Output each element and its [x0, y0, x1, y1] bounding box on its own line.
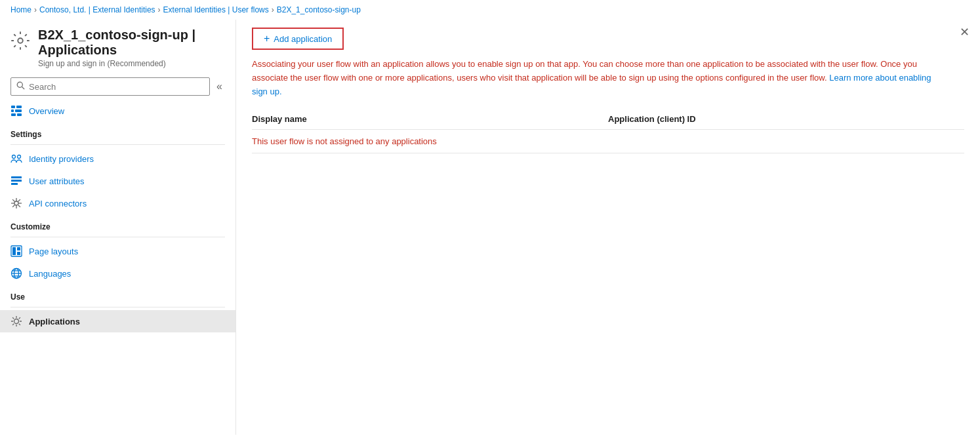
sidebar-item-api-connectors[interactable]: API connectors	[0, 192, 235, 214]
plus-icon: +	[264, 33, 270, 45]
svg-line-22	[12, 205, 14, 207]
breadcrumb-contoso[interactable]: Contoso, Ltd. | External Identities	[39, 5, 155, 14]
close-button[interactable]: ✕	[960, 26, 970, 38]
main-content: ✕ + Add application Associating your use…	[236, 20, 980, 435]
add-application-label: Add application	[274, 34, 332, 44]
svg-point-0	[18, 38, 23, 43]
sidebar-item-overview[interactable]: Overview	[0, 100, 235, 122]
add-application-button[interactable]: + Add application	[252, 28, 344, 50]
svg-rect-6	[15, 109, 22, 112]
svg-rect-7	[11, 113, 16, 116]
svg-point-10	[18, 155, 21, 159]
section-use-divider	[10, 307, 225, 307]
sidebar-item-overview-label: Overview	[29, 106, 64, 116]
svg-point-9	[12, 155, 16, 159]
gear-icon-large	[10, 29, 30, 52]
sidebar-item-api-connectors-label: API connectors	[29, 199, 87, 208]
search-row: «	[0, 73, 235, 100]
svg-rect-12	[11, 180, 22, 182]
sidebar-item-user-attributes[interactable]: User attributes	[0, 170, 235, 192]
api-connectors-icon	[10, 197, 22, 209]
breadcrumb-current[interactable]: B2X_1_contoso-sign-up	[277, 5, 361, 14]
sidebar-item-languages[interactable]: Languages	[0, 262, 235, 285]
sidebar-item-page-layouts[interactable]: Page layouts	[0, 240, 235, 262]
overview-icon	[10, 105, 22, 117]
sidebar-item-identity-providers[interactable]: Identity providers	[0, 148, 235, 170]
svg-rect-13	[11, 183, 18, 185]
section-use-label: Use	[0, 285, 235, 304]
svg-line-19	[12, 199, 14, 201]
section-customize-label: Customize	[0, 214, 235, 234]
section-settings-label: Settings	[0, 122, 235, 142]
sidebar-item-identity-providers-label: Identity providers	[29, 154, 94, 164]
sidebar: B2X_1_contoso-sign-up | Applications Sig…	[0, 20, 236, 435]
sidebar-item-applications-label: Applications	[29, 317, 80, 327]
table-header: Display name Application (client) ID	[252, 109, 964, 130]
identity-providers-icon	[10, 153, 22, 165]
breadcrumb-sep-1: ›	[34, 5, 37, 14]
sidebar-item-applications[interactable]: Applications	[0, 310, 235, 332]
breadcrumb-sep-3: ›	[272, 5, 274, 14]
col-client-id-header: Application (client) ID	[608, 114, 964, 124]
svg-rect-26	[17, 252, 20, 255]
search-icon	[16, 81, 25, 92]
table-area: Display name Application (client) ID Thi…	[236, 109, 980, 153]
page-layouts-icon	[10, 245, 22, 257]
svg-rect-25	[17, 247, 20, 250]
page-subtitle: Sign up and sign in (Recommended)	[38, 59, 225, 68]
sidebar-header: B2X_1_contoso-sign-up | Applications Sig…	[0, 20, 235, 73]
sidebar-item-page-layouts-label: Page layouts	[29, 247, 78, 256]
svg-rect-8	[17, 113, 22, 116]
svg-rect-3	[11, 106, 15, 108]
sidebar-item-languages-label: Languages	[29, 269, 71, 279]
svg-rect-5	[11, 109, 14, 112]
search-input[interactable]	[29, 82, 204, 92]
breadcrumb: Home › Contoso, Ltd. | External Identiti…	[0, 0, 980, 20]
section-customize-divider	[10, 237, 225, 237]
svg-point-14	[14, 201, 18, 205]
add-app-row: + Add application	[236, 20, 980, 58]
breadcrumb-userflows[interactable]: External Identities | User flows	[163, 5, 269, 14]
user-attributes-icon	[10, 175, 22, 187]
description-text: Associating your user flow with an appli…	[236, 58, 958, 109]
svg-rect-24	[12, 247, 16, 255]
svg-line-20	[18, 205, 20, 207]
applications-icon	[10, 315, 22, 327]
sidebar-item-user-attributes-label: User attributes	[29, 176, 85, 186]
languages-icon	[10, 268, 22, 279]
table-empty-message: This user flow is not assigned to any ap…	[252, 130, 964, 153]
svg-rect-11	[11, 176, 22, 178]
breadcrumb-home[interactable]: Home	[10, 5, 31, 14]
search-box	[10, 77, 210, 96]
breadcrumb-sep-2: ›	[158, 5, 161, 14]
svg-line-21	[18, 199, 20, 201]
svg-line-2	[22, 87, 25, 90]
svg-point-32	[14, 319, 19, 324]
svg-point-1	[17, 82, 22, 87]
collapse-button[interactable]: «	[214, 79, 225, 94]
svg-rect-4	[16, 106, 22, 108]
col-display-name-header: Display name	[252, 114, 608, 124]
page-title: B2X_1_contoso-sign-up | Applications	[38, 28, 225, 58]
section-settings-divider	[10, 144, 225, 145]
